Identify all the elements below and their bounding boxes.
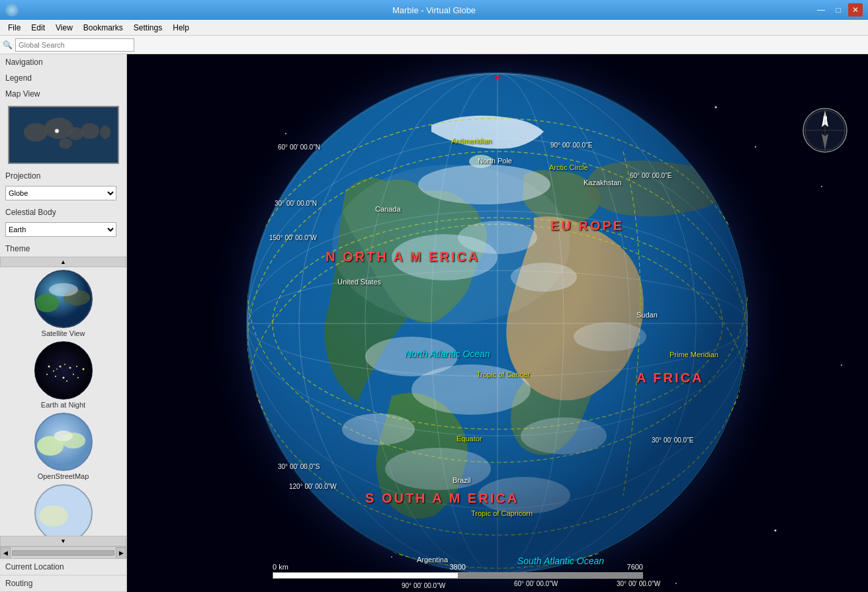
theme-fourth[interactable]: [3, 484, 124, 536]
scale-label-mid: 3800: [449, 563, 465, 571]
theme-scroll-up[interactable]: ▲: [0, 257, 126, 267]
main-content: Navigation Legend Map View Projection: [0, 54, 868, 592]
projection-select[interactable]: Globe Mercator Equirectangular: [5, 186, 116, 200]
search-icon: 🔍: [3, 40, 13, 50]
svg-point-49: [841, 364, 842, 366]
theme-satellite[interactable]: Satellite View: [3, 270, 124, 337]
window-controls: — □ ✕: [814, 3, 863, 17]
mapview-section[interactable]: Map View: [0, 86, 126, 102]
svg-point-1: [24, 123, 48, 142]
bottom-panel: Current Location Routing: [0, 558, 126, 592]
menu-bookmarks[interactable]: Bookmarks: [78, 22, 128, 34]
svg-point-24: [73, 374, 74, 375]
routing-item[interactable]: Routing: [0, 575, 126, 592]
theme-label: Theme: [0, 241, 126, 257]
titlebar: Marble - Virtual Globe — □ ✕: [0, 0, 868, 20]
night-thumb: [17, 341, 110, 400]
scale-label-0: 0 km: [273, 563, 288, 571]
projection-label: Projection: [0, 168, 126, 184]
svg-text:N: N: [823, 115, 828, 122]
searchbar: 🔍: [0, 36, 868, 54]
svg-point-27: [55, 376, 56, 377]
theme-night[interactable]: Earth at Night: [3, 341, 124, 409]
fourth-thumb: [17, 484, 110, 536]
svg-point-10: [35, 294, 59, 312]
svg-point-29: [48, 366, 50, 368]
svg-point-18: [56, 368, 58, 370]
maximize-button[interactable]: □: [831, 3, 846, 17]
svg-point-22: [46, 374, 48, 375]
satellite-thumb: [17, 270, 110, 328]
app-icon: [5, 3, 19, 17]
globe-svg: [246, 72, 749, 575]
celestial-body-select[interactable]: Earth Moon Mars: [5, 222, 116, 237]
navigation-section[interactable]: Navigation: [0, 54, 126, 70]
minimize-button[interactable]: —: [814, 3, 828, 17]
menu-settings[interactable]: Settings: [128, 22, 167, 34]
globe-sphere: [246, 72, 749, 575]
osm-label: OpenStreetMap: [3, 472, 124, 480]
scale-labels: 0 km 3800 7600: [273, 563, 643, 571]
hscroll-right-button[interactable]: ▶: [116, 547, 126, 559]
night-label: Earth at Night: [3, 401, 124, 409]
svg-point-42: [821, 186, 822, 187]
close-button[interactable]: ✕: [848, 3, 863, 17]
svg-point-28: [77, 377, 79, 378]
svg-point-26: [66, 380, 67, 382]
legend-section[interactable]: Legend: [0, 70, 126, 86]
celestial-body-dropdown-row: Earth Moon Mars: [0, 220, 126, 241]
svg-point-38: [39, 505, 68, 527]
map-view[interactable]: N ORTH A M ERICA EU ROPE A FRICA S OUTH …: [127, 54, 868, 592]
menu-edit[interactable]: Edit: [26, 22, 50, 34]
current-location-item[interactable]: Current Location: [0, 559, 126, 575]
svg-point-12: [49, 283, 78, 296]
svg-point-35: [54, 431, 73, 441]
hscroll-left-button[interactable]: ◀: [0, 547, 11, 559]
left-panel: Navigation Legend Map View Projection: [0, 54, 127, 592]
satellite-label: Satellite View: [3, 329, 124, 337]
svg-point-21: [76, 366, 77, 367]
scale-bar-graphic: [273, 572, 643, 579]
left-scrollbar: ◀ ▶: [0, 546, 126, 558]
scale-label-right: 7600: [627, 563, 643, 571]
svg-point-25: [82, 368, 84, 370]
minimap: [8, 106, 119, 164]
globe-container: [246, 72, 749, 575]
minimap-svg: [9, 107, 119, 164]
svg-point-16: [59, 366, 61, 368]
svg-point-3: [67, 127, 83, 140]
svg-point-82: [247, 73, 748, 573]
svg-point-17: [64, 364, 65, 365]
svg-point-52: [675, 583, 677, 584]
osm-thumb: [17, 413, 110, 471]
projection-dropdown-row: Globe Mercator Equirectangular: [0, 184, 126, 204]
menu-help[interactable]: Help: [167, 22, 195, 34]
theme-osm[interactable]: OpenStreetMap: [3, 413, 124, 480]
scalebar: 0 km 3800 7600: [273, 563, 643, 579]
theme-scroll-down[interactable]: ▼: [0, 536, 126, 546]
compass-svg: N: [802, 107, 848, 153]
svg-point-23: [62, 377, 64, 379]
svg-point-83: [332, 165, 570, 323]
svg-point-6: [59, 138, 72, 149]
svg-point-4: [81, 123, 99, 139]
compass: N: [802, 107, 848, 153]
app-title: Marble - Virtual Globe: [392, 5, 476, 15]
theme-section: ▲ Satelli: [0, 257, 126, 546]
theme-scroll-area: Satellite View: [0, 267, 126, 536]
svg-point-7: [55, 129, 59, 133]
menubar: File Edit View Bookmarks Settings Help: [0, 20, 868, 36]
celestial-body-label: Celestial Body: [0, 204, 126, 220]
svg-point-20: [53, 370, 54, 372]
svg-point-44: [775, 530, 777, 532]
svg-point-51: [755, 146, 756, 148]
menu-view[interactable]: View: [50, 22, 78, 34]
menu-file[interactable]: File: [3, 22, 26, 34]
search-input[interactable]: [15, 38, 134, 52]
svg-point-19: [69, 367, 71, 369]
hscroll-track[interactable]: [12, 550, 114, 556]
svg-point-5: [100, 126, 110, 139]
